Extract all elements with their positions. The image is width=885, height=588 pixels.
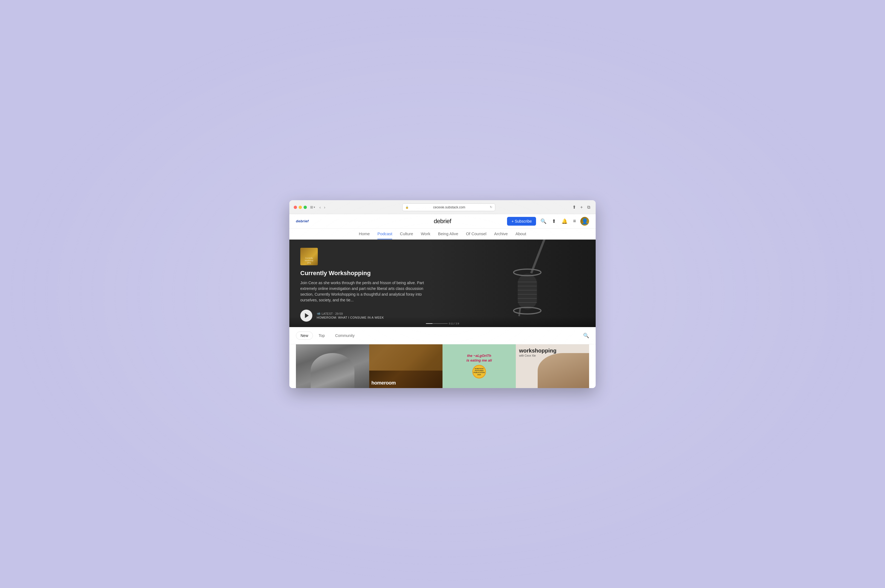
url-text: cecexie.substack.com xyxy=(410,206,488,209)
homeroom-text: homeroom xyxy=(371,380,396,386)
thumbnail-inner: CurrentlyWorkshopping xyxy=(300,248,318,265)
tab-culture[interactable]: Culture xyxy=(400,231,413,239)
browser-window: ⊞ ▾ ‹ › 🔒 cecexie.substack.com ↻ ⬆ + ⧉ xyxy=(290,200,596,388)
post-image-3: the ~aLgOriThis eating me ali SUBSTACKFE… xyxy=(442,344,516,388)
hero-section: CurrentlyWorkshopping Currently Workshop… xyxy=(290,240,596,327)
episode-info: 📹 LATEST · 29:59 HOMEROOM: WHAT I CONSUM… xyxy=(317,312,384,319)
episode-title: HOMEROOM: WHAT I CONSUME IN A WEEK xyxy=(317,316,384,319)
tab-of-counsel[interactable]: Of Counsel xyxy=(466,231,486,239)
reload-button[interactable]: ↻ xyxy=(490,206,492,209)
nav-tabs: Home Podcast Culture Work Being Alive Of… xyxy=(290,229,596,240)
lock-icon: 🔒 xyxy=(405,206,409,208)
minimize-button[interactable] xyxy=(298,206,302,209)
video-icon: 📹 xyxy=(317,312,321,315)
subscribe-button[interactable]: + Subscribe xyxy=(507,217,536,226)
play-icon xyxy=(305,313,309,318)
post-image-1 xyxy=(296,344,369,388)
add-tab-button[interactable]: + xyxy=(579,204,584,210)
sidebar-icon: ⊞ xyxy=(310,205,313,209)
tab-home[interactable]: Home xyxy=(359,231,370,239)
address-bar-container: 🔒 cecexie.substack.com ↻ xyxy=(330,204,568,211)
post-card-1[interactable] xyxy=(296,344,369,388)
share-button[interactable]: ⬆ xyxy=(551,217,557,225)
homeroom-image: homeroom xyxy=(369,344,442,388)
algorithm-text: the ~aLgOriThis eating me ali xyxy=(466,354,492,363)
progress-fill xyxy=(426,323,432,324)
traffic-lights xyxy=(294,206,307,209)
tab-about[interactable]: About xyxy=(516,231,526,239)
podcast-thumbnail: CurrentlyWorkshopping xyxy=(300,248,318,265)
episode-latest: 📹 LATEST · 29:59 xyxy=(317,312,384,315)
fullscreen-button[interactable] xyxy=(304,206,307,209)
forward-button[interactable]: › xyxy=(323,205,327,210)
podcast-title: Currently Workshopping xyxy=(300,270,585,277)
avatar-image: 👤 xyxy=(581,218,588,225)
browser-controls: ⊞ ▾ ‹ › 🔒 cecexie.substack.com ↻ ⬆ + ⧉ xyxy=(294,204,591,211)
notifications-button[interactable]: 🔔 xyxy=(560,217,568,225)
hero-content: CurrentlyWorkshopping Currently Workshop… xyxy=(290,240,596,327)
close-button[interactable] xyxy=(294,206,297,209)
site-title: debrief xyxy=(434,218,451,225)
algorithm-image: the ~aLgOriThis eating me ali SUBSTACKFE… xyxy=(442,344,516,388)
filter-tab-community[interactable]: Community xyxy=(331,332,359,340)
podcast-description: Join Cece as she works through the peril… xyxy=(300,280,432,303)
filter-tab-new[interactable]: New xyxy=(296,332,313,340)
chevron-down-icon: ▾ xyxy=(314,206,315,208)
workshopping-title: workshopping xyxy=(519,348,586,354)
post-image-4: workshopping with Cece Xie xyxy=(516,344,589,388)
algorithm-badge: SUBSTACKFEATUREDPUBLICATION2023 xyxy=(472,365,486,378)
tabs-overview-button[interactable]: ⧉ xyxy=(586,204,591,210)
filter-tabs: New Top Community xyxy=(296,332,359,340)
nav-buttons: ‹ › xyxy=(318,205,326,210)
back-button[interactable]: ‹ xyxy=(318,205,322,210)
tab-podcast[interactable]: Podcast xyxy=(377,231,392,239)
post-card-4[interactable]: workshopping with Cece Xie xyxy=(516,344,589,388)
site-logo[interactable]: debrief xyxy=(296,219,309,223)
tab-being-alive[interactable]: Being Alive xyxy=(438,231,458,239)
browser-actions: ⬆ + ⧉ xyxy=(571,204,591,210)
post-card-3[interactable]: the ~aLgOriThis eating me ali SUBSTACKFE… xyxy=(442,344,516,388)
menu-button[interactable]: ≡ xyxy=(572,217,577,225)
tab-work[interactable]: Work xyxy=(421,231,430,239)
sidebar-toggle[interactable]: ⊞ ▾ xyxy=(310,205,315,209)
site-content: debrief debrief + Subscribe 🔍 ⬆ 🔔 ≡ 👤 Ho… xyxy=(290,214,596,388)
avatar[interactable]: 👤 xyxy=(580,217,589,226)
filter-bar: New Top Community 🔍 xyxy=(290,327,596,344)
tab-archive[interactable]: Archive xyxy=(494,231,508,239)
bw-person-image xyxy=(296,344,369,388)
progress-time: 0:11 / 2:9 xyxy=(449,322,459,325)
workshopping-person-image xyxy=(538,353,589,388)
post-card-2[interactable]: homeroom xyxy=(369,344,442,388)
workshopping-image: workshopping with Cece Xie xyxy=(516,344,589,388)
share-button[interactable]: ⬆ xyxy=(571,204,577,210)
post-image-2: homeroom xyxy=(369,344,442,388)
top-navbar: debrief debrief + Subscribe 🔍 ⬆ 🔔 ≡ 👤 xyxy=(290,214,596,229)
search-button[interactable]: 🔍 xyxy=(539,217,548,225)
progress-bar[interactable] xyxy=(426,323,448,324)
filter-search-button[interactable]: 🔍 xyxy=(583,333,589,339)
filter-tab-top[interactable]: Top xyxy=(314,332,330,340)
play-button[interactable] xyxy=(300,310,312,322)
browser-chrome: ⊞ ▾ ‹ › 🔒 cecexie.substack.com ↻ ⬆ + ⧉ xyxy=(290,200,596,214)
navbar-actions: + Subscribe 🔍 ⬆ 🔔 ≡ 👤 xyxy=(507,217,589,226)
posts-grid: homeroom the ~aLgOriThis eating me ali S… xyxy=(290,344,596,388)
address-bar[interactable]: 🔒 cecexie.substack.com ↻ xyxy=(402,204,495,211)
progress-bar-container: 0:11 / 2:9 xyxy=(426,322,459,325)
audio-player: 📹 LATEST · 29:59 HOMEROOM: WHAT I CONSUM… xyxy=(300,310,585,322)
